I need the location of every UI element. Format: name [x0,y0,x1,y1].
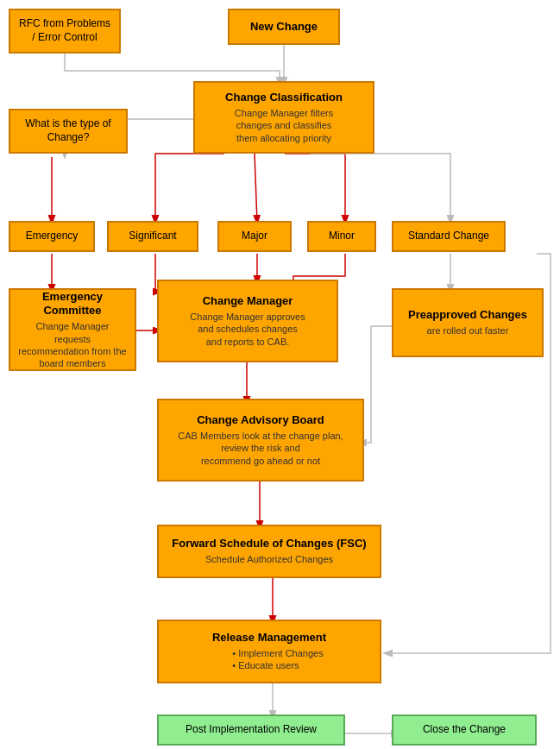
fsc-box: Forward Schedule of Changes (FSC) Schedu… [157,525,381,578]
cm-sub: Change Manager approvesand schedules cha… [190,311,305,348]
ec-title: Emergency Committee [17,290,128,319]
close-change-label: Close the Change [423,723,506,737]
what-type-label: What is the type ofChange? [25,117,110,144]
emergency-committee-box: Emergency Committee Change Manager reque… [9,288,136,371]
rfc-label: RFC from Problems / Error Control [17,17,112,44]
new-change-box: New Change [228,9,340,45]
diagram: RFC from Problems / Error Control New Ch… [0,0,560,749]
emergency-label: Emergency [26,230,79,243]
post-impl-label: Post Implementation Review [186,723,317,737]
preapproved-box: Preapproved Changes are rolled out faste… [392,288,544,357]
change-manager-box: Change Manager Change Manager approvesan… [157,280,338,362]
minor-label: Minor [329,230,355,243]
cc-sub: Change Manager filterschanges and classi… [235,107,333,144]
release-title: Release Management [212,631,326,645]
fsc-sub: Schedule Authorized Changes [205,553,333,565]
post-impl-box: Post Implementation Review [157,714,345,746]
standard-label: Standard Change [408,230,489,243]
significant-label: Significant [129,230,176,243]
preapproved-sub: are rolled out faster [427,324,509,337]
major-box: Major [217,221,292,252]
cab-title: Change Advisory Board [197,413,324,428]
fsc-title: Forward Schedule of Changes (FSC) [172,537,366,551]
minor-box: Minor [307,221,376,252]
cab-sub: CAB Members look at the change plan,revi… [178,430,343,467]
close-change-box: Close the Change [392,714,537,746]
significant-box: Significant [107,221,198,252]
cab-box: Change Advisory Board CAB Members look a… [157,399,364,482]
preapproved-title: Preapproved Changes [408,308,527,323]
release-box: Release Management • Implement Changes• … [157,620,381,683]
what-type-box: What is the type ofChange? [9,109,128,154]
cm-title: Change Manager [203,294,293,309]
emergency-box: Emergency [9,221,95,252]
ec-sub: Change Manager requestsrecommendation fr… [17,320,128,369]
standard-box: Standard Change [392,221,506,252]
new-change-label: New Change [250,20,318,35]
change-classification-box: Change Classification Change Manager fil… [193,81,374,154]
release-sub: • Implement Changes• Educate users [215,647,323,672]
rfc-box: RFC from Problems / Error Control [9,9,121,54]
major-label: Major [242,230,267,243]
cc-title: Change Classification [225,91,343,105]
